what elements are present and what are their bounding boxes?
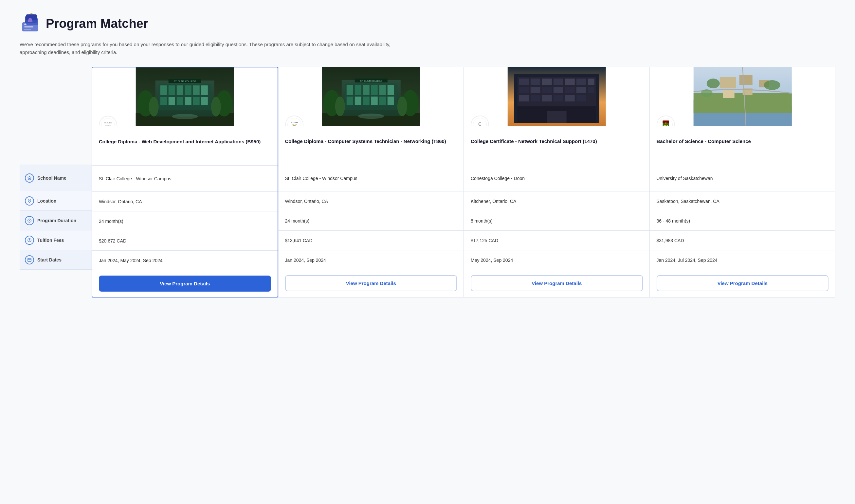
location-value: Windsor, Ontario, CA <box>99 199 142 204</box>
row-labels-column: School Name Location Program Duration <box>20 67 92 298</box>
svg-rect-22 <box>168 97 175 105</box>
tuition-value: $17,125 CAD <box>471 238 498 243</box>
school-name-value: St. Clair College - Windsor Campus <box>285 176 357 181</box>
svg-text:ST.CLAIR: ST.CLAIR <box>291 122 298 123</box>
svg-rect-86 <box>565 95 575 102</box>
location-value: Saskatoon, Saskatchewan, CA <box>657 199 719 204</box>
program-name-cell: College Certificate - Network Technical … <box>464 126 649 165</box>
svg-rect-20 <box>201 86 208 95</box>
svg-rect-42 <box>346 85 353 95</box>
label-school: School Name <box>20 165 92 191</box>
label-location: Location <box>20 191 92 211</box>
school-name-cell: St. Clair College - Windsor Campus <box>92 166 278 192</box>
svg-rect-24 <box>185 97 192 105</box>
app-logo <box>20 13 40 34</box>
card-image-wrapper: ST. CLAIR COLLEGE ST.CLAIR COLLEGE <box>92 68 278 126</box>
svg-rect-72 <box>565 78 575 85</box>
svg-rect-68 <box>519 78 529 85</box>
svg-rect-87 <box>576 95 586 102</box>
tuition-cell: $20,672 CAD <box>92 231 278 251</box>
card-image-wrapper: C CONESTOGA <box>464 67 649 126</box>
svg-rect-52 <box>379 96 386 105</box>
view-program-button[interactable]: View Program Details <box>657 275 829 291</box>
duration-value: 8 month(s) <box>471 218 493 223</box>
svg-rect-69 <box>531 78 540 85</box>
svg-rect-50 <box>363 96 369 105</box>
svg-rect-10 <box>28 258 32 262</box>
svg-text:ST. CLAIR COLLEGE: ST. CLAIR COLLEGE <box>360 80 382 82</box>
program-card-2: ST. CLAIR COLLEGE ST.CLAIR COLLEGE Colle… <box>278 67 464 298</box>
svg-rect-85 <box>553 95 563 102</box>
program-name: College Certificate - Network Technical … <box>471 138 597 145</box>
duration-cell: 24 month(s) <box>92 212 278 231</box>
location-icon <box>25 196 34 205</box>
svg-rect-74 <box>588 78 594 85</box>
svg-point-56 <box>335 96 345 116</box>
program-name-cell: Bachelor of Science - Computer Science <box>650 126 835 165</box>
school-name-value: Conestoga College - Doon <box>471 176 525 181</box>
school-icon <box>25 174 34 183</box>
label-dates: Start Dates <box>20 250 92 270</box>
program-name-cell: College Diploma - Computer Systems Techn… <box>279 126 464 165</box>
location-cell: Kitchener, Ontario, CA <box>464 192 649 211</box>
duration-value: 24 month(s) <box>285 218 310 223</box>
svg-point-57 <box>397 96 407 116</box>
svg-rect-80 <box>576 87 586 93</box>
svg-rect-79 <box>565 87 575 93</box>
svg-rect-45 <box>371 85 377 95</box>
duration-icon <box>25 216 34 225</box>
program-name-cell: College Diploma - Web Development and In… <box>92 126 278 166</box>
location-cell: Saskatoon, Saskatchewan, CA <box>650 192 835 211</box>
svg-rect-21 <box>160 97 167 105</box>
svg-rect-17 <box>177 86 183 95</box>
cards-area: ST. CLAIR COLLEGE ST.CLAIR COLLEGE Colle… <box>92 67 835 298</box>
dates-value: Jan 2024, Jul 2024, Sep 2024 <box>657 257 717 263</box>
view-program-button[interactable]: View Program Details <box>285 275 457 291</box>
svg-point-31 <box>172 114 198 119</box>
program-name: College Diploma - Web Development and In… <box>99 138 261 145</box>
duration-cell: 8 month(s) <box>464 211 649 231</box>
duration-cell: 24 month(s) <box>279 211 464 231</box>
card-image-wrapper: U <box>650 67 835 126</box>
dates-cell: Jan 2024, Jul 2024, Sep 2024 <box>650 250 835 270</box>
btn-cell: View Program Details <box>279 270 464 296</box>
svg-rect-51 <box>371 96 377 105</box>
svg-rect-23 <box>177 97 183 105</box>
page-subtitle: We've recommended these programs for you… <box>20 40 412 56</box>
svg-rect-73 <box>576 78 586 85</box>
program-card-4: U Bachelor of Science - Computer Science… <box>650 67 836 298</box>
svg-point-7 <box>29 200 30 201</box>
dates-value: May 2024, Sep 2024 <box>471 257 513 263</box>
tuition-cell: $31,983 CAD <box>650 231 835 250</box>
svg-rect-19 <box>193 86 200 95</box>
svg-point-29 <box>149 97 159 116</box>
view-program-button[interactable]: View Program Details <box>99 275 271 292</box>
svg-rect-75 <box>519 87 529 93</box>
tuition-value: $20,672 CAD <box>99 238 126 244</box>
school-name-cell: Conestoga College - Doon <box>464 165 649 192</box>
location-value: Kitchener, Ontario, CA <box>471 199 516 204</box>
svg-rect-53 <box>387 96 394 105</box>
dates-value: Jan 2024, Sep 2024 <box>285 257 326 263</box>
duration-value: 36 - 48 month(s) <box>657 218 690 223</box>
page-header: Program Matcher <box>20 13 835 34</box>
dates-cell: Jan 2024, Sep 2024 <box>279 250 464 270</box>
dates-icon <box>25 255 34 265</box>
svg-rect-49 <box>355 96 361 105</box>
program-card-1: ST. CLAIR COLLEGE ST.CLAIR COLLEGE Colle… <box>92 67 278 298</box>
btn-cell: View Program Details <box>650 270 835 296</box>
label-duration: Program Duration <box>20 211 92 230</box>
svg-rect-15 <box>160 86 167 95</box>
svg-rect-89 <box>547 111 567 123</box>
btn-cell: View Program Details <box>92 270 278 297</box>
svg-rect-82 <box>519 95 529 102</box>
card-image-wrapper: ST. CLAIR COLLEGE ST.CLAIR COLLEGE <box>279 67 464 126</box>
tuition-icon <box>25 236 34 245</box>
svg-rect-70 <box>542 78 552 85</box>
svg-text:ST. CLAIR COLLEGE: ST. CLAIR COLLEGE <box>174 80 196 83</box>
comparison-container: School Name Location Program Duration <box>20 67 835 298</box>
program-card-3: C CONESTOGA College Certificate - Networ… <box>464 67 650 298</box>
dates-cell: Jan 2024, May 2024, Sep 2024 <box>92 251 278 270</box>
view-program-button[interactable]: View Program Details <box>471 275 643 291</box>
duration-value: 24 month(s) <box>99 219 123 224</box>
